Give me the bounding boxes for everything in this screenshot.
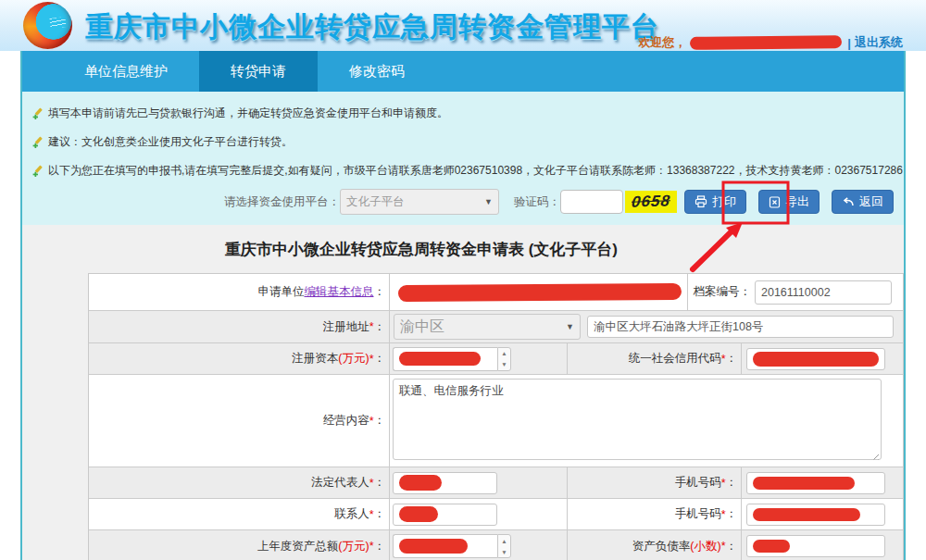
notice-area: 填写本申请前请先已与贷款银行沟通，并确定转贷应急资金使用平台和申请额度。 建议：… [22, 92, 904, 225]
applicant-label: 申请单位编辑基本信息： [89, 274, 390, 310]
form-title: 重庆市中小微企业转贷应急周转资金申请表 (文化子平台) [22, 225, 904, 273]
legal-rep-cell [390, 467, 568, 498]
business-label: 经营内容*： [89, 375, 390, 467]
debt-ratio-label: 资产负债率(小数)*： [568, 530, 742, 560]
pencil-icon [32, 107, 44, 119]
redaction-scribble [753, 477, 855, 490]
logout-link[interactable]: 退出系统 [855, 34, 903, 51]
welcome-bar: 欢迎您， | 退出系统 [638, 34, 903, 51]
mobile2-label: 手机号码*： [568, 499, 742, 529]
archive-input[interactable] [755, 280, 892, 305]
debt-ratio-cell [742, 530, 903, 560]
redaction-scribble [399, 352, 481, 366]
table-row-assets: 上年度资产总额(万元)*： ▲ ▼ 资产负债率(小数)*： [89, 530, 903, 560]
spinner-down-icon[interactable]: ▼ [498, 546, 510, 557]
table-row-capital: 注册资本(万元)*： ▲ ▼ 统一社会信用代码*： [89, 343, 903, 375]
tab-unit-info[interactable]: 单位信息维护 [53, 51, 199, 92]
table-row-contact: 联系人*： 手机号码*： [89, 499, 903, 530]
notice-line: 建议：文化创意类企业使用文化子平台进行转贷。 [22, 128, 904, 156]
contact-cell [390, 499, 568, 529]
capital-input[interactable] [393, 347, 497, 371]
applicant-value-cell [390, 274, 688, 310]
chevron-down-icon: ▼ [484, 197, 493, 206]
assets-label: 上年度资产总额(万元)*： [89, 530, 390, 560]
spinner-down-icon[interactable]: ▼ [498, 359, 510, 370]
redaction-scribble [753, 508, 860, 521]
notice-line: 填写本申请前请先已与贷款银行沟通，并确定转贷应急资金使用平台和申请额度。 [22, 99, 904, 128]
print-button[interactable]: 打印 [684, 190, 746, 214]
printer-icon [694, 195, 707, 208]
spinner-up-icon[interactable]: ▲ [498, 535, 510, 546]
table-row-applicant: 申请单位编辑基本信息： 档案编号： [89, 274, 903, 311]
redaction-scribble [398, 282, 682, 301]
redaction-scribble [399, 475, 442, 491]
business-value-cell: 联通、电信服务行业 [390, 375, 903, 467]
redaction-scribble [753, 352, 879, 367]
district-select[interactable]: 渝中区 ▼ [394, 314, 581, 340]
redaction-scribble [399, 506, 438, 522]
assets-input[interactable] [393, 534, 497, 558]
content-frame: 单位信息维护 转贷申请 修改密码 填写本申请前请先已与贷款银行沟通，并确定转贷应… [20, 51, 906, 560]
export-button[interactable]: 导出 [758, 190, 820, 214]
controls-row: 请选择资金使用平台： 文化子平台 ▼ 验证码： 0658 打印 [22, 188, 904, 216]
redaction-scribble [690, 35, 842, 50]
address-detail-input[interactable] [587, 316, 894, 338]
nav-bar: 单位信息维护 转贷申请 修改密码 [22, 51, 904, 92]
welcome-text: 欢迎您， [638, 34, 686, 51]
back-button[interactable]: 返回 [832, 190, 894, 214]
archive-label: 档案编号： [694, 284, 752, 300]
notice-text: 填写本申请前请先已与贷款银行沟通，并确定转贷应急资金使用平台和申请额度。 [48, 106, 448, 121]
mobile2-cell [742, 499, 903, 529]
notice-line: 以下为您正在填写的申报书,请在填写完整后提交,如有疑问，市级平台请联系唐老师02… [22, 156, 904, 185]
mobile1-input[interactable] [746, 472, 885, 494]
contact-input[interactable] [393, 504, 497, 526]
notice-text: 以下为您正在填写的申报书,请在填写完整后提交,如有疑问，市级平台请联系唐老师02… [48, 163, 903, 179]
undo-arrow-icon [842, 196, 855, 207]
captcha-label: 验证码： [514, 194, 560, 210]
platform-select-label: 请选择资金使用平台： [224, 194, 340, 210]
tab-loan-apply[interactable]: 转贷申请 [199, 51, 318, 92]
tab-change-password[interactable]: 修改密码 [318, 51, 436, 92]
address-label: 注册地址*： [89, 311, 390, 342]
district-select-value: 渝中区 [400, 317, 444, 337]
platform-select[interactable]: 文化子平台 ▼ [340, 189, 499, 215]
header: 重庆市中小微企业转贷应急周转资金管理平台 欢迎您， | 退出系统 [0, 0, 926, 51]
contact-label: 联系人*： [89, 499, 390, 529]
export-file-icon [769, 196, 781, 208]
archive-cell: 档案编号： [688, 274, 903, 310]
separator: | [847, 36, 851, 50]
page: 重庆市中小微企业转贷应急周转资金管理平台 欢迎您， | 退出系统 单位信息维护 … [0, 0, 926, 560]
pencil-icon [32, 136, 44, 148]
notice-text: 建议：文化创意类企业使用文化子平台进行转贷。 [48, 134, 293, 150]
application-table: 申请单位编辑基本信息： 档案编号： 注册地址*： [88, 273, 904, 560]
table-row-business: 经营内容*： 联通、电信服务行业 [89, 375, 903, 467]
edit-basic-info-link[interactable]: 编辑基本信息 [305, 284, 374, 300]
credit-code-cell [742, 343, 903, 374]
capital-stepper: ▲ ▼ [497, 347, 511, 371]
mobile1-cell [742, 467, 903, 498]
mobile1-label: 手机号码*： [568, 467, 742, 498]
redaction-scribble [399, 539, 468, 554]
logo-waves [50, 17, 67, 29]
mobile2-input[interactable] [746, 504, 885, 526]
redaction-scribble [753, 540, 790, 553]
debt-ratio-input[interactable] [746, 535, 885, 557]
spinner-up-icon[interactable]: ▲ [498, 348, 510, 359]
table-row-legal-rep: 法定代表人*： 手机号码*： [89, 467, 903, 499]
address-value-cell: 渝中区 ▼ [390, 311, 903, 342]
legal-rep-label: 法定代表人*： [89, 467, 390, 498]
logo-icon [23, 2, 72, 49]
captcha-image[interactable]: 0658 [625, 191, 677, 213]
capital-field-cell: ▲ ▼ [390, 343, 568, 374]
business-textarea[interactable]: 联通、电信服务行业 [393, 379, 882, 460]
assets-cell: ▲ ▼ [390, 530, 568, 560]
capital-label: 注册资本(万元)*： [89, 343, 390, 374]
credit-code-input[interactable] [746, 348, 885, 370]
captcha-code: 0658 [631, 192, 671, 211]
platform-select-value: 文化子平台 [346, 194, 405, 210]
legal-rep-input[interactable] [393, 472, 497, 494]
form-area: 重庆市中小微企业转贷应急周转资金申请表 (文化子平台) 申请单位编辑基本信息： … [22, 225, 904, 560]
assets-stepper: ▲ ▼ [497, 534, 511, 558]
captcha-input[interactable] [560, 190, 623, 214]
table-row-address: 注册地址*： 渝中区 ▼ [89, 311, 903, 343]
